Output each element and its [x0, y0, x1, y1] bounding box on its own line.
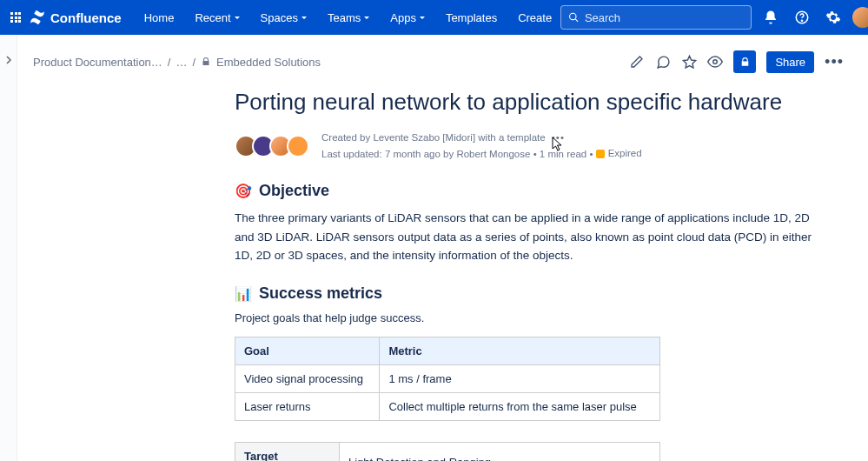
avatar[interactable] — [287, 135, 309, 157]
more-actions-icon[interactable]: ••• — [825, 53, 844, 71]
chevron-right-icon — [4, 56, 13, 64]
byline-more-icon[interactable]: ••• — [552, 132, 565, 143]
chart-icon: 📊 — [235, 285, 252, 302]
table-row: Laser returns Collect multiple returns f… — [235, 392, 660, 420]
status-color-icon — [596, 150, 605, 158]
table-row: Target hardware Light Detection and Rang… — [235, 442, 660, 461]
app-switcher-icon[interactable] — [10, 12, 21, 23]
comment-icon[interactable] — [655, 54, 671, 70]
help-icon[interactable] — [790, 5, 814, 30]
search-icon — [568, 11, 580, 23]
col-metric: Metric — [380, 337, 660, 364]
table-header-row: Goal Metric — [235, 337, 660, 364]
restrictions-button[interactable] — [733, 50, 756, 73]
sidebar-expand-handle[interactable] — [0, 35, 17, 461]
svg-point-5 — [713, 60, 718, 64]
contributor-avatars[interactable] — [235, 135, 309, 157]
created-by-line: Created by Levente Szabo [Midori] with a… — [321, 130, 642, 145]
objective-body: The three primary variants of LiDAR sens… — [235, 209, 825, 265]
product-logo[interactable]: Confluence — [30, 10, 122, 25]
target-icon: 🎯 — [235, 183, 252, 199]
svg-line-1 — [575, 19, 578, 22]
nav-recent[interactable]: Recent — [186, 0, 248, 35]
nav-teams[interactable]: Teams — [319, 0, 378, 35]
nav-home[interactable]: Home — [136, 0, 183, 35]
svg-point-3 — [802, 20, 803, 21]
document-content: Porting neural network to application sp… — [17, 73, 868, 461]
table-row: Video signal processing 1 ms / frame — [235, 364, 660, 392]
star-icon[interactable] — [681, 54, 697, 70]
confluence-icon — [30, 10, 45, 25]
svg-marker-4 — [683, 56, 695, 67]
updated-line: Last updated: 7 month ago by Robert Mong… — [321, 145, 642, 163]
breadcrumb-space[interactable]: Product Documentation… — [33, 56, 162, 69]
settings-icon[interactable] — [821, 5, 845, 30]
nav-create[interactable]: Create — [509, 0, 560, 35]
breadcrumb-mid[interactable]: … — [176, 56, 187, 69]
top-nav: Confluence Home Recent Spaces Teams Apps… — [0, 0, 868, 35]
section-success-heading: 📊 Success metrics — [235, 284, 842, 303]
col-goal: Goal — [235, 337, 380, 364]
status-badge: Expired — [596, 145, 642, 161]
properties-table: Target hardware Light Detection and Rang… — [235, 442, 660, 461]
edit-icon[interactable] — [629, 54, 645, 70]
search-input[interactable] — [585, 11, 744, 24]
breadcrumb: Product Documentation… / … / Embedded So… — [33, 56, 321, 69]
nav-spaces[interactable]: Spaces — [252, 0, 315, 35]
watch-icon[interactable] — [707, 54, 723, 70]
profile-avatar[interactable] — [852, 7, 868, 28]
product-name: Confluence — [50, 10, 122, 25]
byline: Created by Levente Szabo [Midori] with a… — [235, 130, 842, 163]
share-button[interactable]: Share — [766, 51, 814, 73]
success-subtext: Project goals that help judge success. — [235, 311, 842, 324]
metrics-table: Goal Metric Video signal processing 1 ms… — [235, 337, 660, 421]
section-objective-heading: 🎯 Objective — [235, 182, 842, 200]
breadcrumb-page[interactable]: Embedded Solutions — [216, 56, 321, 69]
page-title: Porting neural network to application sp… — [235, 89, 842, 116]
svg-point-0 — [570, 13, 576, 19]
notifications-icon[interactable] — [759, 5, 783, 30]
nav-templates[interactable]: Templates — [437, 0, 506, 35]
search-box[interactable] — [560, 5, 752, 30]
page-toolbar: Product Documentation… / … / Embedded So… — [17, 35, 868, 73]
restricted-icon — [201, 57, 211, 67]
nav-apps[interactable]: Apps — [381, 0, 434, 35]
